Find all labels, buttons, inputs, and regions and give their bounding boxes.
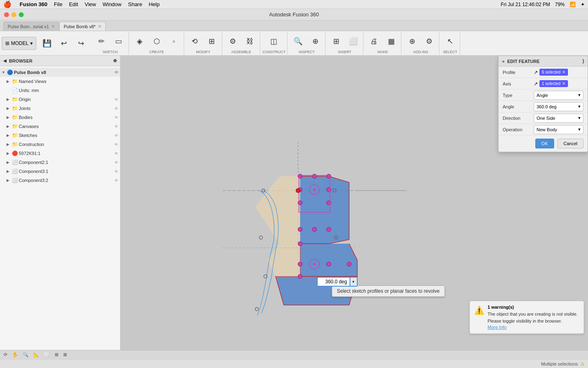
sketch-tool-2[interactable]: ▭: [111, 34, 127, 49]
zoom-tool[interactable]: 🔍: [21, 351, 31, 359]
tab-2[interactable]: Pulse Bomb v8* ✕: [59, 22, 106, 31]
ok-button[interactable]: OK: [535, 139, 554, 148]
tree-construction-eye[interactable]: 👁: [114, 142, 118, 147]
ef-expand-btn[interactable]: ⟩: [582, 58, 584, 64]
profile-selected-badge[interactable]: 6 selected ✕: [539, 69, 568, 76]
axis-selected-badge[interactable]: 1 selected ✕: [539, 80, 568, 87]
tree-canvases-arrow: ▶: [7, 124, 11, 128]
ef-value-direction[interactable]: One Side ▾: [534, 114, 584, 123]
menu-view[interactable]: View: [85, 1, 96, 7]
assemble-tool-1[interactable]: ⚙: [225, 34, 241, 49]
minimize-button[interactable]: [11, 12, 16, 17]
addins-tool-1[interactable]: ⊕: [404, 34, 420, 49]
tree-c32-eye[interactable]: 👁: [114, 178, 118, 183]
model-selector[interactable]: ⊞ MODEL ▾: [2, 37, 36, 50]
addins-tool-2[interactable]: ⚙: [421, 34, 437, 49]
tree-named-views[interactable]: ▶ 📁 Named Views: [0, 77, 120, 86]
tab-1[interactable]: Pulse Bom...torial v1 ✕: [3, 22, 59, 31]
tree-root-eye[interactable]: 👁: [114, 70, 118, 75]
assemble-tool-2[interactable]: ⛓: [242, 34, 258, 49]
save-button[interactable]: 💾: [39, 36, 55, 51]
tree-item-root[interactable]: ▼ 🔵 Pulse Bomb v8 👁: [0, 68, 120, 77]
tree-c21-eye[interactable]: 👁: [114, 160, 118, 165]
measure-tool[interactable]: 📐: [31, 351, 41, 359]
pan-tool[interactable]: ✋: [10, 351, 20, 359]
cancel-button[interactable]: Cancel: [557, 139, 584, 148]
construct-tool-1[interactable]: ◫: [266, 34, 282, 49]
inspect-tool-1[interactable]: 🔍: [290, 34, 306, 49]
inspect-label: INSPECT: [299, 50, 315, 54]
tree-5972-eye[interactable]: 👁: [114, 151, 118, 156]
menu-file[interactable]: File: [54, 1, 62, 7]
type-dropdown[interactable]: Angle ▾: [534, 91, 584, 100]
make-tool-2[interactable]: ▦: [383, 34, 399, 49]
select-tool-1[interactable]: ↖: [442, 34, 458, 49]
tree-sketches[interactable]: ▶ 📁 Sketches 👁: [0, 131, 120, 140]
tree-nv-arrow: ▶: [7, 79, 11, 83]
menu-help[interactable]: Help: [149, 1, 160, 7]
tree-sketches-eye[interactable]: 👁: [114, 133, 118, 138]
tree-origin-eye[interactable]: 👁: [114, 97, 118, 102]
tree-component3-2[interactable]: ▶ ⬜ Component3:2 👁: [0, 176, 120, 185]
apple-menu[interactable]: 🍎: [3, 0, 11, 8]
undo-button[interactable]: ↩: [56, 36, 72, 51]
profile-clear-btn[interactable]: ✕: [562, 70, 566, 75]
create-tool-1[interactable]: ◈: [131, 34, 148, 49]
tree-component2-1[interactable]: ▶ ⬜ Component2:1 👁: [0, 158, 120, 167]
tree-bodies[interactable]: ▶ 📁 Bodies 👁: [0, 113, 120, 122]
tree-joints[interactable]: ▶ 📁 Joints 👁: [0, 104, 120, 113]
axis-clear-btn[interactable]: ✕: [562, 81, 566, 86]
tree-nv-icon: 📁: [11, 79, 18, 84]
construct-group: ◫ CONSTRUCT: [261, 32, 288, 55]
tree-component3-1[interactable]: ▶ ⬜ Component3:1 👁: [0, 167, 120, 176]
menu-edit[interactable]: Edit: [69, 1, 78, 7]
tree-bodies-eye[interactable]: 👁: [114, 115, 118, 120]
close-button[interactable]: [4, 12, 9, 17]
orbit-tool[interactable]: ⟳: [2, 351, 9, 359]
tree-construction[interactable]: ▶ 📁 Construction 👁: [0, 140, 120, 149]
angle-input-widget[interactable]: ▾: [317, 277, 358, 287]
menu-window[interactable]: Window: [102, 1, 121, 7]
tree-5972k91[interactable]: ▶ 🔴 5972K91:1 👁: [0, 149, 120, 158]
create-tool-2[interactable]: ⬡: [149, 34, 165, 49]
ef-value-angle[interactable]: 360.0 deg ▾: [534, 102, 584, 111]
grid-settings[interactable]: ⊞: [53, 351, 60, 359]
grid-settings-2[interactable]: ⊞: [61, 351, 69, 359]
ef-icon: ●: [502, 58, 505, 64]
maximize-button[interactable]: [19, 12, 24, 17]
tree-canvases-eye[interactable]: 👁: [114, 124, 118, 129]
inspect-tool-2[interactable]: ⊕: [307, 34, 323, 49]
tab-2-close[interactable]: ✕: [98, 24, 101, 29]
display-settings[interactable]: ⬜: [42, 351, 52, 359]
browser-panel: ◀ BROWSER ⊕ ▼ 🔵 Pulse Bomb v8 👁 ▶ 📁 Name…: [0, 56, 120, 350]
angle-input-field[interactable]: [317, 277, 350, 287]
warning-link[interactable]: More Info: [488, 325, 506, 330]
direction-dropdown[interactable]: One Side ▾: [534, 114, 584, 123]
browser-collapse-icon[interactable]: ◀: [3, 58, 7, 63]
tree-canvases[interactable]: ▶ 📁 Canvases 👁: [0, 122, 120, 131]
modify-tool-2[interactable]: ⊞: [204, 34, 220, 49]
viewport[interactable]: RIGHT Z Y X ● EDIT FEATURE ⟩ Profile ↗ 6…: [120, 56, 588, 350]
ef-value-type[interactable]: Angle ▾: [534, 91, 584, 100]
insert-tool-2[interactable]: ⬜: [345, 34, 361, 49]
angle-dropdown[interactable]: 360.0 deg ▾: [534, 102, 584, 111]
tree-origin[interactable]: ▶ 📁 Origin 👁: [0, 95, 120, 104]
make-tool-1[interactable]: 🖨: [366, 34, 382, 49]
ef-value-operation[interactable]: New Body ▾: [534, 125, 584, 134]
create-tool-3[interactable]: ◦: [166, 34, 182, 49]
tree-c31-eye[interactable]: 👁: [114, 169, 118, 174]
ef-row-axis: Axis ↗ 1 selected ✕: [499, 78, 588, 90]
redo-button[interactable]: ↪: [73, 36, 89, 51]
tree-joints-eye[interactable]: 👁: [114, 106, 118, 111]
model-selector-label: MODEL: [11, 40, 29, 46]
sketch-tool-1[interactable]: ✏: [94, 34, 110, 49]
tree-root-label: Pulse Bomb v8: [14, 70, 114, 75]
modify-tool-1[interactable]: ⟲: [187, 34, 203, 49]
operation-dropdown[interactable]: New Body ▾: [534, 125, 584, 134]
browser-expand-btn[interactable]: ⊕: [113, 58, 117, 63]
warning-title: 1 warning(s): [488, 305, 579, 310]
angle-input-dropdown[interactable]: ▾: [350, 277, 358, 287]
insert-tool-1[interactable]: ⊞: [328, 34, 344, 49]
menu-share[interactable]: Share: [128, 1, 142, 7]
tab-1-close[interactable]: ✕: [51, 24, 55, 29]
